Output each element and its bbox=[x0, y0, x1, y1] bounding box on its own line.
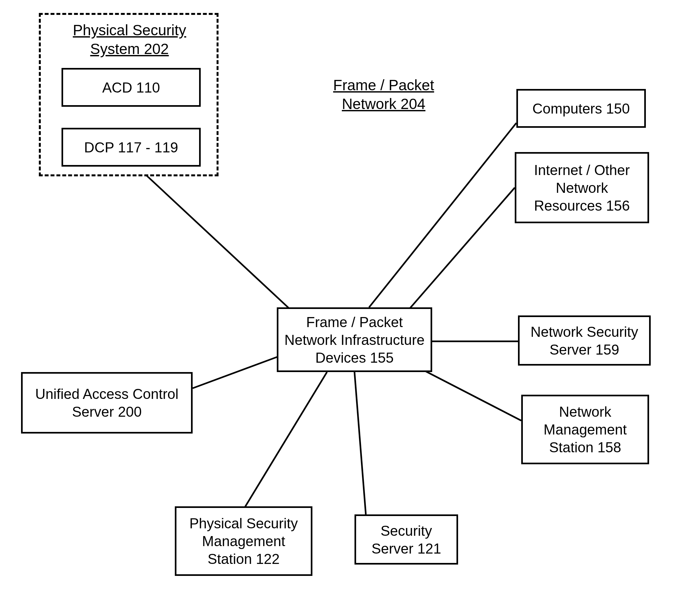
acd-node: ACD 110 bbox=[62, 68, 201, 107]
svg-line-5 bbox=[421, 369, 521, 421]
network-infrastructure-hub-node: Frame / PacketNetwork InfrastructureDevi… bbox=[277, 307, 432, 372]
unified-access-control-node: Unified Access ControlServer 200 bbox=[21, 372, 193, 434]
internet-resources-node: Internet / OtherNetworkResources 156 bbox=[515, 152, 649, 223]
svg-line-3 bbox=[408, 188, 515, 311]
security-server-node: SecurityServer 121 bbox=[355, 514, 458, 565]
network-management-node: NetworkManagementStation 158 bbox=[521, 395, 649, 464]
physical-security-heading: Physical SecuritySystem 202 bbox=[70, 21, 189, 58]
computers-node: Computers 150 bbox=[516, 89, 646, 128]
physical-security-mgmt-node: Physical SecurityManagementStation 122 bbox=[175, 506, 313, 576]
svg-line-1 bbox=[146, 175, 290, 309]
frame-packet-network-heading: Frame / PacketNetwork 204 bbox=[327, 76, 440, 113]
svg-line-2 bbox=[369, 123, 516, 307]
dcp-node: DCP 117 - 119 bbox=[62, 128, 201, 167]
network-security-server-node: Network SecurityServer 159 bbox=[518, 315, 651, 366]
svg-line-8 bbox=[355, 372, 366, 514]
svg-line-6 bbox=[193, 356, 280, 388]
diagram-canvas: Physical SecuritySystem 202 ACD 110 DCP … bbox=[0, 0, 686, 616]
svg-line-7 bbox=[244, 372, 327, 508]
